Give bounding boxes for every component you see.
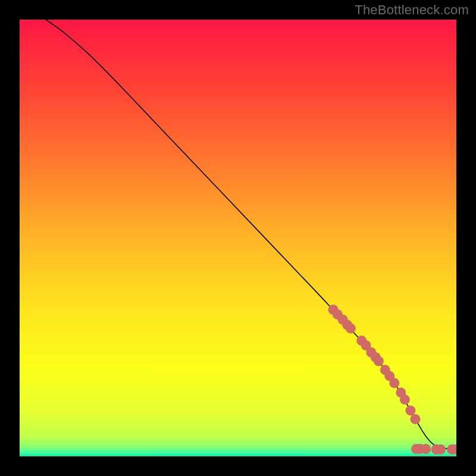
chart-container: TheBottleneck.com xyxy=(0,0,476,476)
data-point xyxy=(411,414,421,424)
data-point xyxy=(405,405,415,415)
data-point xyxy=(374,356,384,366)
data-point xyxy=(389,378,399,388)
data-point xyxy=(421,444,431,454)
plot-area xyxy=(20,20,456,456)
data-point xyxy=(436,444,446,455)
chart-svg xyxy=(20,20,456,456)
data-point xyxy=(346,323,356,333)
watermark-label: TheBottleneck.com xyxy=(355,2,469,18)
plot-background xyxy=(20,20,456,456)
data-point xyxy=(400,394,410,405)
